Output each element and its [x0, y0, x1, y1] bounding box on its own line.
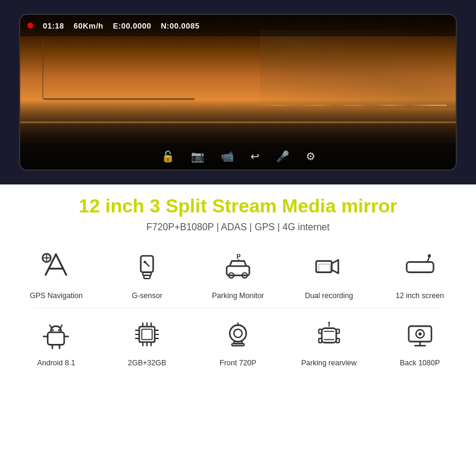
feature-back1080: Back 1080P	[375, 312, 464, 371]
svg-line-23	[50, 325, 52, 328]
rearview-icon-wrapper	[310, 315, 348, 353]
feature-dual-recording: Dual recording	[284, 245, 373, 304]
svg-rect-56	[336, 339, 339, 343]
screen-icon-wrapper	[401, 248, 439, 286]
svg-marker-17	[331, 260, 338, 274]
video-icon[interactable]: 📹	[221, 150, 234, 163]
back1080-label: Back 1080P	[400, 358, 440, 368]
gsensor-icon	[131, 252, 162, 283]
parking-monitor-icon: P	[223, 252, 253, 283]
hud-time: 01:18	[43, 21, 64, 30]
android-icon	[40, 319, 71, 350]
feature-memory: 2GB+32GB	[103, 312, 192, 371]
hud-gps-n: N:00.0085	[161, 21, 199, 30]
camera-section: 01:18 60Km/h E:00.0000 N:00.0085 🔓 📷 📹 ↩…	[0, 0, 476, 184]
hud-gps-e: E:00.0000	[113, 21, 152, 30]
svg-line-1	[56, 254, 66, 275]
svg-rect-53	[318, 330, 321, 334]
gsensor-label: G-sensor	[131, 291, 162, 300]
svg-rect-11	[227, 266, 249, 275]
svg-rect-8	[144, 275, 150, 278]
product-title: 12 inch 3 Split Stream Media mirror	[79, 195, 397, 217]
svg-point-21	[428, 254, 431, 257]
parking-label: Parking Monitor	[212, 291, 264, 300]
svg-line-24	[60, 325, 62, 328]
back1080-icon-wrapper	[401, 315, 439, 353]
gsensor-icon-wrapper	[128, 248, 166, 286]
svg-rect-22	[48, 333, 65, 345]
front720-icon	[223, 319, 253, 350]
svg-rect-19	[406, 262, 433, 272]
screen-icon	[405, 252, 436, 283]
row-divider	[35, 308, 441, 308]
front720-icon-wrapper	[219, 315, 257, 353]
product-subtitle: F720P+B1080P | ADAS | GPS | 4G internet	[146, 222, 330, 233]
dual-recording-label: Dual recording	[305, 291, 353, 300]
settings-icon[interactable]: ⚙	[306, 150, 315, 163]
screen-label: 12 inch screen	[396, 291, 444, 300]
mic-icon[interactable]: 🎤	[276, 150, 289, 163]
feature-rearview: Parking rearview	[284, 312, 373, 371]
memory-icon-wrapper	[128, 315, 166, 353]
svg-rect-54	[336, 330, 339, 334]
road-element	[20, 121, 456, 123]
feature-front720: Front 720P	[194, 312, 283, 371]
android-icon-wrapper	[37, 315, 75, 353]
svg-point-46	[234, 330, 242, 338]
memory-label: 2GB+32GB	[128, 358, 166, 368]
gps-nav-icon	[40, 252, 71, 283]
hud-bar: 01:18 60Km/h E:00.0000 N:00.0085	[20, 15, 456, 36]
feature-gsensor: G-sensor	[103, 245, 192, 304]
svg-rect-48	[232, 344, 245, 346]
rotate-icon[interactable]: ↩	[250, 150, 259, 163]
feature-screen: 12 inch screen	[375, 245, 464, 304]
svg-point-45	[230, 325, 246, 342]
svg-point-26	[58, 330, 60, 331]
recording-dot	[27, 23, 33, 29]
svg-point-60	[418, 333, 421, 336]
lights-row	[260, 105, 447, 106]
gps-label: GPS Navigation	[30, 291, 83, 300]
feature-gps: GPS Navigation	[12, 245, 101, 304]
bridge-left	[42, 38, 195, 100]
cam-icons-bar: 🔓 📷 📹 ↩ 🎤 ⚙	[20, 143, 456, 170]
rearview-label: Parking rearview	[301, 358, 356, 368]
svg-rect-55	[318, 339, 321, 343]
hud-speed: 60Km/h	[74, 21, 104, 30]
android-label: Android 8.1	[37, 358, 75, 368]
feature-android: Android 8.1	[12, 312, 101, 371]
product-section: 12 inch 3 Split Stream Media mirror F720…	[0, 184, 476, 476]
svg-rect-32	[142, 330, 152, 340]
svg-line-20	[427, 257, 429, 262]
gps-icon-wrapper	[37, 248, 75, 286]
feature-parking: P Parking Monitor	[194, 245, 283, 304]
parking-icon-wrapper: P	[219, 248, 257, 286]
back1080-icon	[405, 319, 436, 350]
features-row2: Android 8.1	[12, 312, 464, 371]
dual-recording-icon-wrapper	[310, 248, 348, 286]
bridge-right	[260, 30, 456, 108]
lock-icon[interactable]: 🔓	[161, 150, 174, 163]
camera-display: 01:18 60Km/h E:00.0000 N:00.0085 🔓 📷 📹 ↩…	[19, 14, 457, 171]
svg-rect-50	[322, 328, 336, 343]
front720-label: Front 720P	[220, 358, 256, 368]
camera-icon[interactable]: 📷	[191, 150, 204, 163]
svg-point-25	[52, 330, 54, 331]
svg-text:P: P	[236, 253, 240, 260]
rearview-icon	[314, 319, 345, 350]
features-row1: GPS Navigation G-sensor	[12, 245, 464, 304]
svg-point-10	[144, 261, 146, 263]
chip-icon	[131, 319, 162, 350]
dual-recording-icon	[314, 252, 345, 283]
page-wrapper: 01:18 60Km/h E:00.0000 N:00.0085 🔓 📷 📹 ↩…	[0, 0, 476, 476]
svg-rect-18	[318, 264, 330, 273]
